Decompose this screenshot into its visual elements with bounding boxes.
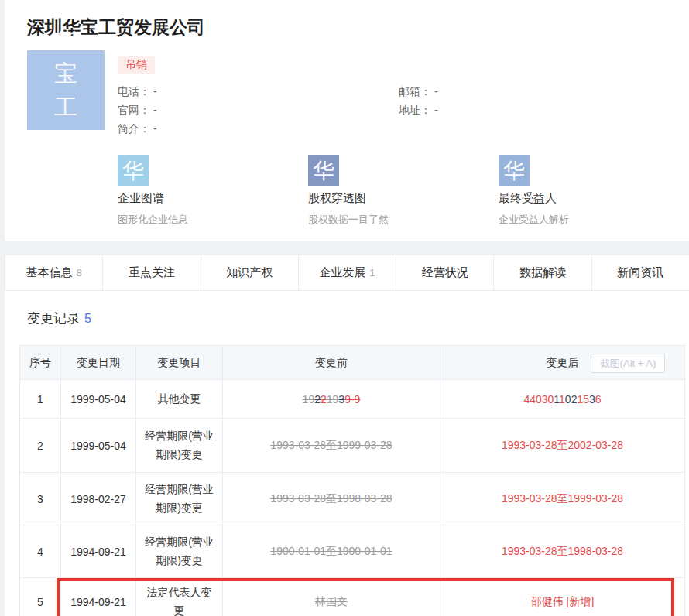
section-divider (0, 241, 689, 255)
tab-label-basic-info: 基本信息 (26, 265, 73, 280)
cell-date: 1999-05-04 (61, 380, 136, 419)
feature-subtitle-final-beneficiary: 企业受益人解析 (499, 213, 689, 227)
info-value-intro: - (153, 122, 157, 135)
info-label-phone: 电话： (118, 85, 153, 98)
tab-enterprise-development[interactable]: 企业发展1 (298, 255, 396, 290)
info-label-website: 官网： (118, 104, 153, 116)
cell-after: 1993-03-28至2002-03-28 (440, 419, 685, 473)
table-row: 11999-05-04其他变更19221939-94403011021536 (20, 380, 685, 419)
enterprise-graph-icon: 华 (118, 155, 149, 186)
column-header-3: 变更前 (223, 346, 440, 380)
logo-text-line2: 工贸 (27, 91, 105, 159)
feature-title-enterprise-graph: 企业图谱 (118, 191, 308, 206)
change-record-table: 序号变更日期变更项目变更前变更后 11999-05-04其他变更19221939… (19, 345, 685, 616)
feature-links: 华企业图谱图形化企业信息华股权穿透图股权数据一目了然华最终受益人企业受益人解析 (118, 155, 689, 241)
cell-item: 经营期限(营业期限)变更 (136, 525, 223, 578)
info-field-phone: 电话： - (118, 82, 399, 101)
section-title: 变更记录 (27, 311, 80, 326)
table-row: 41994-09-21经营期限(营业期限)变更1900-01-01至1900-0… (20, 525, 685, 578)
cell-before: 19221939-9 (223, 380, 440, 419)
tab-label-key-focus: 重点关注 (129, 265, 175, 280)
cell-after: 1993-03-28至1998-03-28 (440, 525, 685, 578)
tab-count-basic-info: 8 (77, 267, 82, 279)
feature-subtitle-equity-penetration: 股权数据一目了然 (308, 213, 499, 227)
info-field-address: 地址： - (399, 101, 438, 119)
logo-text-line1: 华宝 (27, 22, 105, 91)
column-header-1: 变更日期 (61, 346, 136, 380)
feature-final-beneficiary[interactable]: 华最终受益人企业受益人解析 (499, 155, 689, 227)
section-count: 5 (84, 312, 91, 325)
feature-title-equity-penetration: 股权穿透图 (308, 191, 499, 206)
cell-before: 1993-03-28至1998-03-28 (223, 473, 440, 525)
tab-intellectual-property[interactable]: 知识产权 (201, 255, 298, 290)
feature-equity-penetration[interactable]: 华股权穿透图股权数据一目了然 (308, 155, 499, 227)
final-beneficiary-icon: 华 (499, 155, 530, 186)
cell-date: 1994-09-21 (61, 525, 136, 578)
cell-before: 林国文 (223, 578, 440, 616)
cell-date: 1994-09-21 (61, 578, 136, 616)
cell-date: 1998-02-27 (61, 473, 136, 525)
cell-no: 3 (20, 473, 61, 525)
table-row: 21999-05-04经营期限(营业期限)变更1993-03-28至1999-0… (20, 419, 685, 473)
page-title: 深圳华宝工贸发展公司 (27, 17, 689, 37)
tab-basic-info[interactable]: 基本信息8 (5, 255, 102, 290)
tab-label-data-interpretation: 数据解读 (519, 265, 566, 280)
info-field-website: 官网： - (118, 101, 399, 119)
tab-data-interpretation[interactable]: 数据解读 (493, 255, 591, 290)
info-value-address: - (434, 104, 438, 116)
cell-before: 1993-03-28至1999-03-28 (223, 419, 440, 473)
company-logo: 华宝 工贸 (27, 50, 105, 130)
feature-subtitle-enterprise-graph: 图形化企业信息 (118, 213, 308, 227)
info-value-phone: - (153, 85, 157, 98)
tab-label-operating-status: 经营状况 (422, 265, 468, 280)
cell-item: 其他变更 (136, 380, 223, 419)
cell-item: 经营期限(营业期限)变更 (136, 419, 223, 473)
column-header-2: 变更项目 (136, 346, 223, 380)
info-value-website: - (153, 104, 157, 116)
cell-after: 1993-03-28至1999-03-28 (440, 473, 685, 525)
cell-no: 2 (20, 419, 61, 473)
cell-no: 1 (20, 380, 61, 419)
info-value-email: - (434, 85, 438, 98)
cell-after: 4403011021536 (440, 380, 685, 419)
company-page: 深圳华宝工贸发展公司 华宝 工贸 吊销 电话： -官网： -简介： - 邮箱： … (5, 0, 689, 616)
tab-bar: 基本信息8重点关注知识产权企业发展1经营状况数据解读新闻资讯 (5, 255, 689, 291)
info-field-intro: 简介： - (118, 119, 399, 138)
cell-before: 1900-01-01至1900-01-01 (223, 525, 440, 578)
cell-after: 邵健伟 [新增] (440, 578, 685, 616)
cell-no: 4 (20, 525, 61, 578)
feature-enterprise-graph[interactable]: 华企业图谱图形化企业信息 (118, 155, 308, 227)
change-record-table-wrap: 序号变更日期变更项目变更前变更后 11999-05-04其他变更19221939… (19, 345, 684, 616)
equity-penetration-icon: 华 (308, 155, 339, 186)
tab-label-intellectual-property: 知识产权 (226, 265, 273, 280)
cell-no: 5 (20, 578, 61, 616)
tab-count-enterprise-development: 1 (369, 267, 375, 279)
cell-item: 法定代表人变更 (136, 578, 223, 616)
screenshot-button[interactable]: 截图(Alt + A) (591, 354, 665, 373)
info-field-email: 邮箱： - (399, 82, 438, 101)
tab-operating-status[interactable]: 经营状况 (396, 255, 493, 290)
cell-item: 经营期限(营业期限)变更 (136, 473, 223, 525)
status-badge: 吊销 (118, 56, 155, 74)
tab-news[interactable]: 新闻资讯 (591, 255, 689, 290)
tab-label-enterprise-development: 企业发展 (319, 265, 365, 280)
table-row: 31998-02-27经营期限(营业期限)变更1993-03-28至1998-0… (20, 473, 685, 525)
tab-label-news: 新闻资讯 (617, 265, 663, 280)
contact-info: 电话： -官网： -简介： - 邮箱： -地址： - (118, 82, 689, 138)
column-header-0: 序号 (20, 346, 61, 380)
info-label-intro: 简介： (118, 122, 153, 135)
info-label-email: 邮箱： (399, 85, 434, 98)
company-header: 深圳华宝工贸发展公司 华宝 工贸 吊销 电话： -官网： -简介： - 邮箱： … (5, 17, 689, 241)
table-row: 51994-09-21法定代表人变更林国文邵健伟 [新增] (20, 578, 685, 616)
section-header: 变更记录5 (27, 310, 689, 328)
tab-key-focus[interactable]: 重点关注 (102, 255, 200, 290)
info-label-address: 地址： (399, 104, 434, 116)
cell-date: 1999-05-04 (61, 419, 136, 473)
feature-title-final-beneficiary: 最终受益人 (499, 191, 689, 206)
